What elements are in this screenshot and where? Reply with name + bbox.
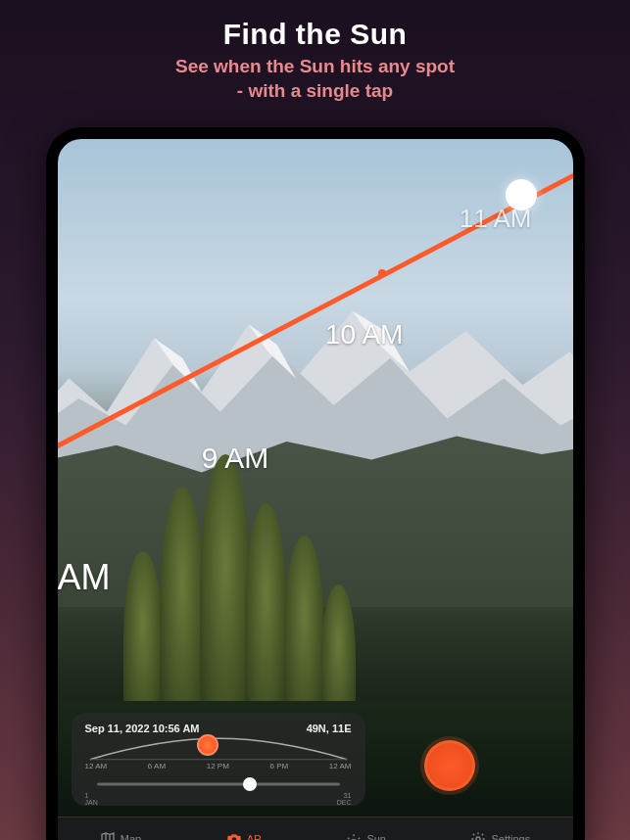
promo-subtitle: See when the Sun hits any spot - with a … (0, 55, 630, 103)
date-slider[interactable] (85, 776, 352, 792)
date-slider-thumb[interactable] (243, 777, 257, 791)
time-label-9am: 9 AM (202, 442, 268, 475)
promo-header: Find the Sun See when the Sun hits any s… (0, 0, 630, 103)
tab-label: Sun (366, 833, 386, 841)
promo-title: Find the Sun (0, 18, 630, 51)
sunrise-icon (346, 831, 362, 841)
gear-icon (470, 831, 486, 841)
time-label-10am: 10 AM (325, 319, 403, 350)
camera-icon (226, 831, 242, 841)
location-label[interactable]: 49N, 11E (307, 723, 352, 734)
svg-point-2 (476, 837, 480, 841)
time-label-8am: AM (58, 557, 111, 598)
tab-label: Settings (491, 833, 530, 841)
capture-button[interactable] (424, 740, 475, 791)
datetime-label[interactable]: Sep 11, 2022 10:56 AM (85, 723, 200, 734)
tab-ar[interactable]: AR (226, 831, 262, 841)
map-icon (100, 831, 116, 841)
path-dot-10am (378, 269, 386, 277)
app-screen: AM 9 AM 10 AM 11 AM Sep 11, 2022 10:56 A… (58, 139, 573, 840)
time-label-11am: 11 AM (460, 204, 532, 234)
tab-label: Map (121, 833, 141, 841)
tab-bar: Map AR Sun Settings (58, 817, 573, 840)
time-controls-panel: Sep 11, 2022 10:56 AM 49N, 11E 12 AM 6 A… (72, 713, 365, 806)
sun-elevation-arc[interactable] (85, 736, 352, 764)
date-slider-track (97, 783, 340, 786)
device-frame: AM 9 AM 10 AM 11 AM Sep 11, 2022 10:56 A… (46, 127, 585, 840)
tab-settings[interactable]: Settings (470, 831, 530, 841)
tab-sun[interactable]: Sun (346, 831, 386, 841)
tab-label: AR (247, 833, 262, 841)
foothills-backdrop (58, 427, 573, 607)
tab-map[interactable]: Map (100, 831, 141, 841)
date-slider-labels: 1 JAN 31 DEC (85, 792, 352, 806)
